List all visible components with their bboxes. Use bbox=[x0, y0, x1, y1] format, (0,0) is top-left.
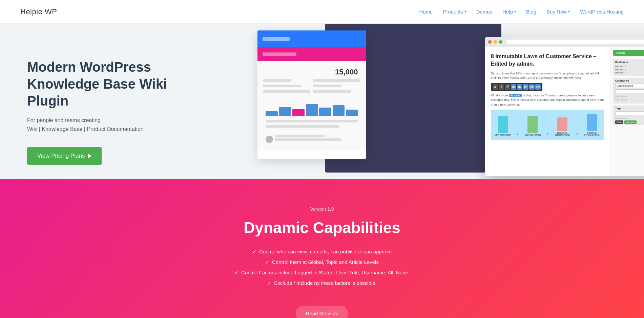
capabilities-section: Version 1.9 Dynamic Capabilities ✓Contro… bbox=[0, 179, 644, 318]
h2-btn[interactable]: H2 bbox=[511, 84, 516, 90]
highlighted-text: shocking bbox=[509, 94, 522, 97]
tags-title: Tags bbox=[615, 107, 644, 110]
feature-item: ✓Control them at Global, Topic and Artic… bbox=[234, 259, 410, 265]
header: Helpie WP HomeProducts▾DemosHelp▾BlogBuy… bbox=[0, 0, 644, 24]
features-list: ✓Control who can view, can edit, can pub… bbox=[234, 249, 410, 291]
capabilities-title: Dynamic Capabilities bbox=[244, 219, 400, 237]
article-infographic: NEW CUSTOMER › OLD CUSTOMER › NEGATIVE I… bbox=[491, 110, 604, 140]
tags-press-enter: Press Enter ▸ bbox=[615, 117, 644, 119]
chevron-down-icon: ▾ bbox=[514, 10, 516, 14]
article-paragraph-1: Did you know that 96% of unhappy custome… bbox=[491, 71, 604, 81]
categories-title: Categories bbox=[615, 79, 644, 82]
nav-item-buy-now[interactable]: Buy Now▾ bbox=[546, 9, 570, 15]
italic-btn[interactable]: I bbox=[499, 84, 504, 90]
chevron-down-icon: ▾ bbox=[464, 10, 466, 14]
mockup-wiki-list: 15,000 bbox=[257, 30, 366, 159]
h6-btn[interactable]: H6 bbox=[535, 84, 541, 90]
feature-text: Exclude / Include by these factors is po… bbox=[274, 280, 377, 286]
browser-dot-red bbox=[488, 40, 492, 44]
h3-btn[interactable]: H3 bbox=[517, 84, 522, 90]
category-select[interactable]: Getting Started bbox=[615, 84, 644, 88]
feature-text: Control them at Global, Topic and Articl… bbox=[272, 259, 379, 265]
mockup-header-pink bbox=[257, 47, 366, 61]
feature-item: ✓Control Factors include Logged-in Statu… bbox=[234, 270, 410, 275]
hero-subtitle: For people and teams creating Wiki | Kno… bbox=[27, 116, 295, 133]
feature-text: Control Factors include Logged-in Status… bbox=[241, 270, 410, 275]
revisions-title: Revisions bbox=[615, 61, 644, 64]
nav-item-help[interactable]: Help▾ bbox=[502, 9, 516, 15]
nav-item-wordpress-hosting[interactable]: WordPress Hosting bbox=[580, 9, 624, 15]
feature-text: Control who can view, can edit, can publ… bbox=[259, 249, 392, 254]
hero-section: Modern WordPress Knowledge Base Wiki Plu… bbox=[0, 24, 644, 179]
article-title: 8 Immutable Laws of Customer Service – E… bbox=[491, 53, 604, 68]
link-btn[interactable]: 🔗 bbox=[505, 84, 510, 90]
tags-input[interactable] bbox=[615, 111, 644, 115]
mockup-number: 15,000 bbox=[262, 65, 362, 79]
view-pricing-button[interactable]: View Pricing Plans bbox=[27, 147, 102, 165]
browser-dot-yellow bbox=[494, 40, 497, 44]
hero-title: Modern WordPress Knowledge Base Wiki Plu… bbox=[27, 59, 196, 109]
checkmark-icon: ✓ bbox=[252, 249, 256, 254]
logo: Helpie WP bbox=[20, 7, 57, 16]
browser-toolbar bbox=[485, 37, 644, 47]
nav-item-products[interactable]: Products▾ bbox=[443, 9, 466, 15]
main-nav: HomeProducts▾DemosHelp▾BlogBuy Now▾WordP… bbox=[419, 9, 624, 15]
category-search-input[interactable] bbox=[615, 89, 644, 93]
publish-button[interactable]: Publish ▲ bbox=[613, 50, 644, 56]
revision-item-2: Revision 2✓ bbox=[615, 65, 644, 68]
tags-list: Guide Interesting bbox=[615, 120, 644, 124]
revision-item-0: Revision 0 bbox=[615, 71, 644, 74]
press-enter-hint-2: Press Enter ▸ bbox=[615, 98, 644, 101]
browser-sidebar: Publish ▲ Revisions Revision 2✓ Revision… bbox=[610, 47, 644, 176]
press-enter-hint: Press Enter ▸ bbox=[615, 95, 644, 97]
categories-section: Categories Getting Started Press Enter ▸… bbox=[613, 78, 644, 104]
browser-main-content: 8 Immutable Laws of Customer Service – E… bbox=[485, 47, 610, 176]
tags-section: Tags Press Enter ▸ Guide Interesting bbox=[613, 106, 644, 125]
nav-item-home[interactable]: Home bbox=[419, 9, 433, 15]
read-more-button[interactable]: Read More >> bbox=[296, 306, 349, 318]
checkmark-icon: ✓ bbox=[234, 270, 238, 275]
h4-btn[interactable]: H4 bbox=[523, 84, 528, 90]
browser-content: 8 Immutable Laws of Customer Service – E… bbox=[485, 47, 644, 176]
feature-item: ✓Control who can view, can edit, can pub… bbox=[234, 249, 410, 254]
mockup-chart bbox=[262, 98, 362, 118]
revisions-section: Revisions Revision 2✓ Revision 1 Revisio… bbox=[613, 59, 644, 76]
bold-btn[interactable]: B bbox=[493, 84, 498, 90]
arrow-icon bbox=[88, 154, 91, 158]
chevron-down-icon: ▾ bbox=[568, 10, 570, 14]
checkmark-icon: ✓ bbox=[267, 280, 271, 286]
feature-item: ✓Exclude / Include by these factors is p… bbox=[234, 280, 410, 286]
editor-toolbar: B I 🔗 H2 H3 H4 H5 H6 bbox=[491, 83, 542, 91]
nav-item-blog[interactable]: Blog bbox=[526, 9, 536, 15]
hero-images: 15,000 bbox=[257, 24, 644, 179]
revision-item-1: Revision 1 bbox=[615, 68, 644, 71]
mockup-header-blue bbox=[257, 30, 366, 47]
checkmark-icon: ✓ bbox=[265, 259, 269, 265]
tag-interesting: Interesting bbox=[624, 120, 637, 124]
mockup-browser: 8 Immutable Laws of Customer Service – E… bbox=[485, 37, 644, 176]
mockup-body: 15,000 bbox=[257, 61, 366, 151]
browser-dot-green bbox=[499, 40, 502, 44]
nav-item-demos[interactable]: Demos bbox=[476, 9, 493, 15]
version-label: Version 1.9 bbox=[310, 206, 334, 212]
h5-btn[interactable]: H5 bbox=[529, 84, 535, 90]
tag-guide: Guide bbox=[615, 120, 623, 124]
article-paragraph-2: What's more shocking is that, it can be … bbox=[491, 93, 604, 107]
